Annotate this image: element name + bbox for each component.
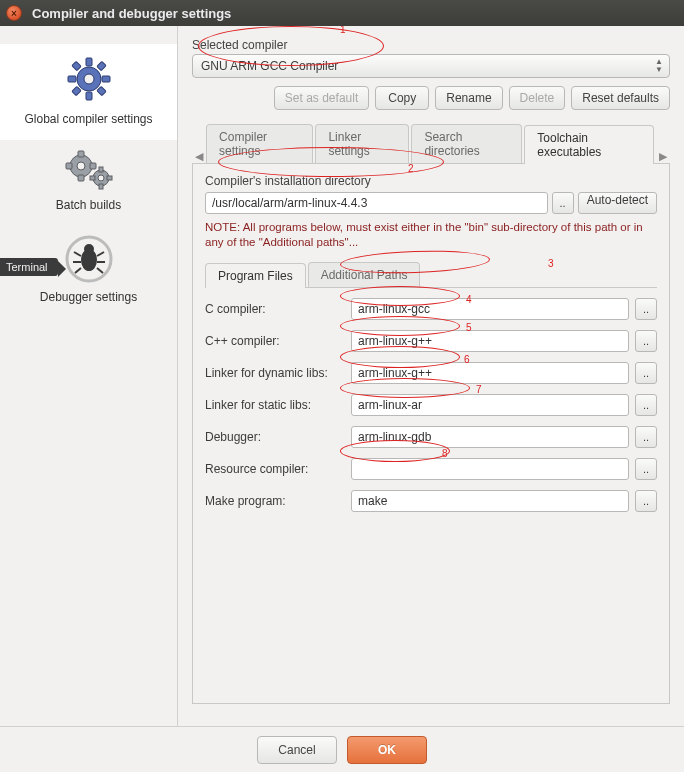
sidebar: Global compiler settings [0, 26, 178, 726]
cancel-button[interactable]: Cancel [257, 736, 337, 764]
svg-rect-8 [96, 61, 105, 70]
tab-linker-settings[interactable]: Linker settings [315, 124, 409, 163]
terminal-tag: Terminal [0, 258, 58, 276]
svg-point-1 [84, 74, 94, 84]
cpp-compiler-browse-button[interactable]: .. [635, 330, 657, 352]
c-compiler-input[interactable]: arm-linux-gcc [351, 298, 629, 320]
svg-line-30 [97, 268, 103, 273]
install-dir-browse-button[interactable]: .. [552, 192, 574, 214]
compiler-button-row: Set as default Copy Rename Delete Reset … [192, 86, 670, 110]
svg-line-27 [75, 268, 81, 273]
set-default-button[interactable]: Set as default [274, 86, 369, 110]
tab-search-directories[interactable]: Search directories [411, 124, 522, 163]
svg-rect-14 [66, 163, 72, 169]
svg-point-24 [85, 245, 93, 253]
selected-compiler-combo[interactable]: GNU ARM GCC Compiler ▲▼ [192, 54, 670, 78]
install-dir-value: /usr/local/arm/arm-linux-4.4.3 [212, 196, 367, 210]
svg-rect-4 [68, 76, 76, 82]
window-title: Compiler and debugger settings [32, 6, 231, 21]
linker-static-browse-button[interactable]: .. [635, 394, 657, 416]
svg-rect-2 [86, 58, 92, 66]
copy-button[interactable]: Copy [375, 86, 429, 110]
debugger-label: Debugger: [205, 430, 345, 444]
selected-compiler-label: Selected compiler [192, 38, 670, 52]
linker-static-value: arm-linux-ar [358, 398, 422, 412]
sidebar-item-label: Global compiler settings [24, 112, 152, 126]
row-linker-static: Linker for static libs: arm-linux-ar .. [205, 394, 657, 416]
row-cpp-compiler: C++ compiler: arm-linux-g++ .. [205, 330, 657, 352]
linker-dyn-value: arm-linux-g++ [358, 366, 432, 380]
debugger-browse-button[interactable]: .. [635, 426, 657, 448]
annotation-1: 1 [340, 26, 346, 35]
close-icon[interactable]: × [6, 5, 22, 21]
svg-rect-9 [71, 86, 80, 95]
sidebar-item-label: Debugger settings [40, 290, 137, 304]
tab-scroll-left-icon[interactable]: ◀ [192, 150, 206, 163]
sidebar-item-label: Batch builds [56, 198, 121, 212]
window-titlebar: × Compiler and debugger settings [0, 0, 684, 26]
reset-defaults-button[interactable]: Reset defaults [571, 86, 670, 110]
linker-dyn-label: Linker for dynamic libs: [205, 366, 345, 380]
svg-point-11 [77, 162, 85, 170]
svg-rect-20 [90, 176, 95, 180]
debugger-value: arm-linux-gdb [358, 430, 431, 444]
svg-rect-19 [99, 184, 103, 189]
auto-detect-button[interactable]: Auto-detect [578, 192, 657, 214]
main-tabs: ◀ Compiler settings Linker settings Sear… [192, 124, 670, 164]
delete-button[interactable]: Delete [509, 86, 566, 110]
linker-dyn-browse-button[interactable]: .. [635, 362, 657, 384]
ok-button[interactable]: OK [347, 736, 427, 764]
main-panel: Selected compiler GNU ARM GCC Compiler ▲… [178, 26, 684, 726]
make-label: Make program: [205, 494, 345, 508]
svg-line-25 [74, 252, 81, 256]
gear-icon [4, 52, 173, 106]
sub-tabs: Program Files Additional Paths [205, 262, 657, 288]
row-resource-compiler: Resource compiler: .. [205, 458, 657, 480]
chevron-updown-icon: ▲▼ [655, 58, 663, 74]
rename-button[interactable]: Rename [435, 86, 502, 110]
row-make: Make program: make .. [205, 490, 657, 512]
combo-value: GNU ARM GCC Compiler [201, 59, 338, 73]
tab-compiler-settings[interactable]: Compiler settings [206, 124, 313, 163]
make-input[interactable]: make [351, 490, 629, 512]
svg-rect-13 [78, 175, 84, 181]
row-c-compiler: C compiler: arm-linux-gcc .. [205, 298, 657, 320]
svg-rect-6 [71, 61, 80, 70]
svg-rect-21 [107, 176, 112, 180]
install-dir-label: Compiler's installation directory [205, 174, 657, 188]
toolchain-panel: Compiler's installation directory /usr/l… [192, 164, 670, 704]
svg-rect-18 [99, 167, 103, 172]
cpp-compiler-input[interactable]: arm-linux-g++ [351, 330, 629, 352]
tab-program-files[interactable]: Program Files [205, 263, 306, 288]
install-dir-note: NOTE: All programs below, must exist eit… [205, 220, 657, 250]
svg-rect-12 [78, 151, 84, 157]
dialog: Terminal [0, 26, 684, 772]
cpp-compiler-label: C++ compiler: [205, 334, 345, 348]
svg-rect-3 [86, 92, 92, 100]
rescomp-input[interactable] [351, 458, 629, 480]
install-dir-input[interactable]: /usr/local/arm/arm-linux-4.4.3 [205, 192, 548, 214]
rescomp-label: Resource compiler: [205, 462, 345, 476]
debugger-input[interactable]: arm-linux-gdb [351, 426, 629, 448]
svg-rect-15 [90, 163, 96, 169]
make-value: make [358, 494, 387, 508]
tab-scroll-right-icon[interactable]: ▶ [656, 150, 670, 163]
c-compiler-browse-button[interactable]: .. [635, 298, 657, 320]
tab-toolchain-executables[interactable]: Toolchain executables [524, 125, 654, 164]
svg-rect-5 [102, 76, 110, 82]
linker-static-label: Linker for static libs: [205, 398, 345, 412]
cpp-compiler-value: arm-linux-g++ [358, 334, 432, 348]
linker-dyn-input[interactable]: arm-linux-g++ [351, 362, 629, 384]
linker-static-input[interactable]: arm-linux-ar [351, 394, 629, 416]
rescomp-browse-button[interactable]: .. [635, 458, 657, 480]
dialog-footer: Cancel OK [0, 726, 684, 772]
c-compiler-label: C compiler: [205, 302, 345, 316]
dialog-body: Terminal [0, 26, 684, 726]
sidebar-item-batch-builds[interactable]: Batch builds [0, 140, 177, 226]
terminal-label: Terminal [6, 261, 48, 273]
make-browse-button[interactable]: .. [635, 490, 657, 512]
svg-line-28 [97, 252, 104, 256]
tab-additional-paths[interactable]: Additional Paths [308, 262, 421, 287]
sidebar-item-global-compiler[interactable]: Global compiler settings [0, 44, 177, 140]
gears-icon [4, 148, 173, 192]
